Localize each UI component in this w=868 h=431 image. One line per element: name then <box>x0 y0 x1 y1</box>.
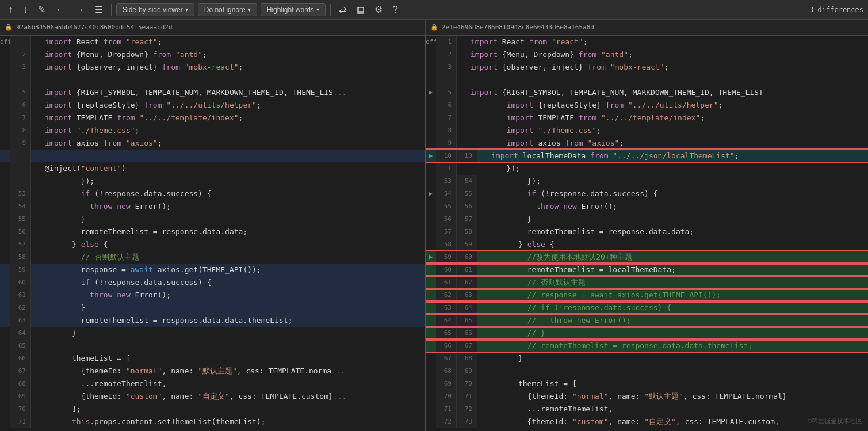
diff-marker <box>0 99 10 112</box>
swap-button[interactable]: ⇄ <box>335 3 350 16</box>
line-num: 71 <box>10 415 31 428</box>
diff-marker <box>426 226 436 238</box>
diff-marker <box>426 48 436 61</box>
table-row: @inject("content") <box>0 162 425 175</box>
table-row: 6 import {replaceStyle} from "../../util… <box>0 99 425 112</box>
columns-button[interactable]: ▦ <box>353 4 368 16</box>
line-num: 67 <box>436 352 457 365</box>
diff-marker <box>426 74 436 86</box>
line-num: 54 <box>10 200 31 213</box>
line-num <box>10 150 31 162</box>
line-num: 54 <box>436 188 457 200</box>
line-content <box>40 74 425 86</box>
line-content: import {observer, inject} from "mobx-rea… <box>466 61 868 74</box>
separator-2 <box>330 4 331 16</box>
back-button[interactable]: ← <box>52 3 68 16</box>
diff-arrow <box>477 302 487 314</box>
diff-arrow <box>31 251 40 264</box>
diff-marker <box>426 390 436 403</box>
line-num: 58 <box>436 238 457 251</box>
line-num: 8 <box>436 124 457 137</box>
line-num: 8 <box>10 124 31 137</box>
line-num: 59 <box>436 251 457 264</box>
diff-arrow <box>31 415 40 428</box>
line-content: // remoteThemelist = response.data.data.… <box>487 340 868 352</box>
diff-marker <box>0 200 10 213</box>
highlight-select[interactable]: Highlight words ▾ <box>261 3 326 16</box>
table-row: 61 62 // 否则默认主题 <box>426 276 868 289</box>
diff-marker <box>0 327 10 340</box>
diff-marker <box>426 289 436 302</box>
line-num: 57 <box>436 226 457 238</box>
edit-button[interactable]: ✎ <box>35 3 49 16</box>
nav-up-button[interactable]: ↑ <box>5 3 16 16</box>
diff-marker <box>426 61 436 74</box>
line-num-2: 54 <box>457 175 477 188</box>
file-headers: 🔒 92a6b84506a5bb4677c40c8600ddc54f5eaaac… <box>0 20 868 36</box>
diff-arrow <box>457 48 466 61</box>
line-num-2: 67 <box>457 340 477 352</box>
diff-arrow <box>477 226 487 238</box>
table-row: 70 ]; <box>0 403 425 415</box>
line-num: 6 <box>10 99 31 112</box>
table-row: 59 response = await axios.get(THEME_API(… <box>0 264 425 276</box>
table-row <box>0 74 425 86</box>
diff-arrow <box>31 302 40 314</box>
viewer-select[interactable]: Side-by-side viewer ▾ <box>116 3 194 16</box>
table-row: 64 } <box>0 327 425 340</box>
line-num-2: 59 <box>457 238 477 251</box>
ignore-select[interactable]: Do not ignore ▾ <box>198 3 257 16</box>
diff-marker <box>0 226 10 238</box>
forward-button[interactable]: → <box>72 3 88 16</box>
diff-arrow <box>31 213 40 226</box>
diff-arrow <box>31 314 40 327</box>
line-content: // 否则默认主题 <box>487 276 868 289</box>
line-num: 61 <box>436 276 457 289</box>
menu-button[interactable]: ☰ <box>91 3 106 16</box>
diff-arrow <box>31 365 40 377</box>
diff-arrow <box>477 377 487 390</box>
line-content: // throw new Error(); <box>487 314 868 327</box>
chevron-down-icon: ▾ <box>185 6 188 13</box>
line-content: //改为使用本地默认20+种主题 <box>487 251 868 264</box>
toolbar: ↑ ↓ ✎ ← → ☰ Side-by-side viewer ▾ Do not… <box>0 0 868 20</box>
diff-marker <box>426 162 436 175</box>
line-num: 66 <box>10 352 31 365</box>
line-content: } <box>40 327 425 340</box>
line-content: throw new Error(); <box>487 200 868 213</box>
diff-arrow <box>31 340 40 352</box>
table-row: 64 65 // throw new Error(); <box>426 314 868 327</box>
diff-marker <box>0 365 10 377</box>
line-num: 56 <box>436 213 457 226</box>
line-content: // response = await axios.get(THEME_API(… <box>487 289 868 302</box>
line-num: 5 <box>436 86 457 99</box>
table-row: 56 57 } <box>426 213 868 226</box>
ignore-label: Do not ignore <box>204 6 246 14</box>
settings-button[interactable]: ⚙ <box>371 3 386 16</box>
diff-arrow <box>457 74 466 86</box>
diff-marker: ▶ <box>426 150 436 162</box>
diff-marker <box>426 314 436 327</box>
line-num-2: 64 <box>457 302 477 314</box>
line-num-2: 10 <box>457 150 477 162</box>
nav-down-button[interactable]: ↓ <box>20 3 31 16</box>
line-content: this.props.content.setThemeList(themeLis… <box>40 415 425 428</box>
table-row: 2 import {Menu, Dropdown} from "antd"; <box>0 48 425 61</box>
line-num: 64 <box>436 314 457 327</box>
line-content: if (!response.data.success) { <box>40 188 425 200</box>
diff-marker <box>0 124 10 137</box>
diff-arrow <box>457 99 466 112</box>
diff-arrow <box>477 340 487 352</box>
table-row: off import React from "react"; <box>0 36 425 48</box>
left-code-area[interactable]: off import React from "react"; 2 import … <box>0 36 425 431</box>
table-row: 9 import axios from "axios"; <box>0 137 425 150</box>
diff-marker <box>0 415 10 428</box>
right-code-area[interactable]: off 1 import React from "react"; 2 impor… <box>426 36 868 431</box>
diff-marker <box>0 314 10 327</box>
help-button[interactable]: ? <box>389 3 402 16</box>
diff-arrow <box>31 36 40 48</box>
diff-marker <box>426 377 436 390</box>
diff-arrow <box>477 327 487 340</box>
diff-marker: ▶ <box>426 188 436 200</box>
diff-arrow <box>31 327 40 340</box>
